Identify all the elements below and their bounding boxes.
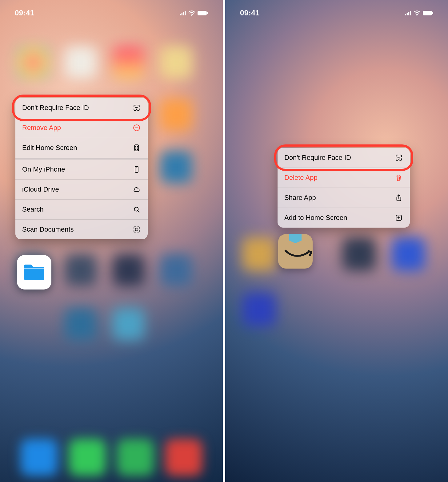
menu-item-label: iCloud Drive — [22, 185, 132, 193]
context-menu: Don't Require Face IDRemove AppEdit Home… — [15, 98, 148, 239]
amazon-app-icon[interactable] — [278, 234, 313, 269]
status-time: 09:41 — [15, 9, 34, 17]
phone-left: 09:41 Don't Require Face IDRemove AppEdi… — [0, 0, 223, 482]
home-screen-blur — [0, 0, 223, 482]
apps-icon — [132, 144, 141, 152]
status-time: 09:41 — [240, 9, 260, 17]
menu-item-label: Search — [22, 205, 132, 213]
phone-right: 09:41 Don't Require Face IDDelete AppSha… — [225, 0, 448, 482]
wifi-icon — [414, 10, 420, 16]
battery-icon — [198, 11, 208, 15]
dock-blur — [0, 433, 223, 482]
menu-item-label: Scan Documents — [22, 225, 132, 233]
add-square-icon — [394, 213, 403, 222]
menu-item-label: Edit Home Screen — [22, 144, 132, 152]
context-menu: Don't Require Face IDDelete AppShare App… — [278, 148, 410, 228]
menu-item-iphone[interactable]: On My iPhone — [15, 160, 148, 180]
status-bar: 09:41 — [225, 7, 448, 19]
menu-item-label: Delete App — [284, 174, 394, 182]
menu-item-remove-circle[interactable]: Remove App — [15, 118, 148, 138]
menu-item-search[interactable]: Search — [15, 200, 148, 220]
files-app-icon[interactable] — [17, 255, 51, 290]
menu-item-add-square[interactable]: Add to Home Screen — [278, 208, 410, 228]
menu-item-apps[interactable]: Edit Home Screen — [15, 138, 148, 160]
menu-item-faceid[interactable]: Don't Require Face ID — [15, 98, 148, 118]
cloud-icon — [132, 185, 141, 194]
trash-icon — [394, 173, 403, 182]
menu-item-trash[interactable]: Delete App — [278, 168, 410, 188]
faceid-icon — [132, 103, 141, 112]
remove-circle-icon — [132, 124, 141, 132]
battery-icon — [423, 11, 433, 15]
menu-item-label: Share App — [284, 194, 394, 202]
menu-item-faceid[interactable]: Don't Require Face ID — [278, 148, 410, 168]
iphone-icon — [132, 165, 141, 174]
cellular-icon — [180, 11, 186, 15]
menu-item-label: Don't Require Face ID — [284, 154, 394, 162]
status-bar: 09:41 — [0, 7, 223, 19]
menu-item-scan[interactable]: Scan Documents — [15, 220, 148, 239]
faceid-icon — [394, 153, 403, 162]
menu-item-label: Remove App — [22, 124, 132, 132]
wifi-icon — [188, 10, 195, 16]
scan-icon — [132, 225, 141, 234]
search-icon — [132, 205, 141, 214]
share-icon — [394, 193, 403, 202]
menu-item-label: Don't Require Face ID — [22, 104, 132, 112]
menu-item-label: On My iPhone — [22, 165, 132, 173]
cellular-icon — [405, 11, 411, 15]
menu-item-label: Add to Home Screen — [284, 214, 394, 222]
home-screen-blur — [225, 0, 448, 482]
menu-item-share[interactable]: Share App — [278, 188, 410, 208]
menu-item-cloud[interactable]: iCloud Drive — [15, 180, 148, 200]
